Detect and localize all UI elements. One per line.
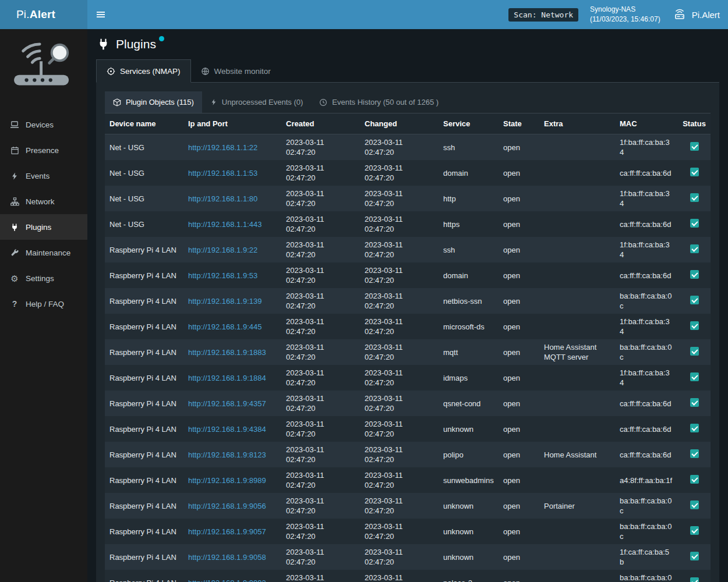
status-checkbox[interactable] — [690, 244, 699, 253]
status-checkbox[interactable] — [690, 270, 699, 279]
mac-cell: ca:ff:ff:ca:ba:6d — [615, 211, 678, 237]
table-row: Net - USGhttp://192.168.1.1:4432023-03-1… — [105, 211, 711, 237]
changed-cell: 2023-03-11 02:47:20 — [360, 544, 439, 570]
service-cell: palace-2 — [439, 570, 499, 582]
sidebar-item-maintenance[interactable]: Maintenance — [0, 240, 87, 265]
status-checkbox[interactable] — [690, 526, 699, 535]
ip-port-link[interactable]: http://192.168.1.9:9993 — [188, 579, 266, 582]
subtab-events-history[interactable]: Events History (50 out of 1265 ) — [311, 91, 447, 113]
sidebar: Devices Presence Events Network — [0, 29, 87, 582]
status-checkbox[interactable] — [690, 219, 699, 228]
app-home-link[interactable]: Pi.Alert — [672, 8, 720, 22]
mac-cell: ba:ba:ff:ca:ba:0c — [615, 339, 678, 365]
ip-port-link[interactable]: http://192.168.1.9:1883 — [188, 348, 266, 357]
plugin-table-body: Net - USGhttp://192.168.1.1:222023-03-11… — [105, 134, 711, 582]
ip-port-link[interactable]: http://192.168.1.9:139 — [188, 297, 262, 306]
state-cell: open — [499, 237, 539, 262]
ip-port-link[interactable]: http://192.168.1.1:53 — [188, 169, 257, 178]
sidebar-item-devices[interactable]: Devices — [0, 112, 87, 137]
mac-cell: 1f:ba:ff:ca:ba:34 — [615, 365, 678, 391]
ip-port-link[interactable]: http://192.168.1.9:22 — [188, 246, 257, 254]
device-name-cell: Raspberry Pi 4 LAN — [105, 442, 183, 467]
status-checkbox[interactable] — [690, 142, 699, 151]
sidebar-item-events[interactable]: Events — [0, 163, 87, 189]
sidebar-item-label: Network — [26, 197, 55, 206]
device-name-cell: Net - USG — [105, 211, 183, 237]
device-name-cell: Raspberry Pi 4 LAN — [105, 493, 183, 519]
ip-port-link[interactable]: http://192.168.1.9:4384 — [188, 425, 266, 434]
tab-website-monitor[interactable]: Website monitor — [191, 59, 281, 82]
ip-port-link[interactable]: http://192.168.1.9:4357 — [188, 399, 266, 408]
ip-port-link[interactable]: http://192.168.1.9:1884 — [188, 374, 266, 382]
ip-port-link[interactable]: http://192.168.1.9:8989 — [188, 476, 266, 485]
extra-cell: Portainer — [539, 493, 615, 519]
table-row: Raspberry Pi 4 LANhttp://192.168.1.9:905… — [105, 493, 711, 519]
ip-port-link[interactable]: http://192.168.1.9:9056 — [188, 502, 266, 510]
ip-port-link[interactable]: http://192.168.1.9:8123 — [188, 450, 266, 459]
ip-port-link[interactable]: http://192.168.1.9:53 — [188, 271, 257, 280]
status-checkbox[interactable] — [690, 424, 699, 432]
subtab-plugin-objects[interactable]: Plugin Objects (115) — [105, 91, 202, 113]
cube-icon — [113, 98, 121, 107]
status-cell — [678, 186, 711, 211]
table-row: Raspberry Pi 4 LANhttp://192.168.1.9:188… — [105, 339, 711, 365]
state-cell: open — [499, 570, 539, 582]
extra-cell — [539, 314, 615, 339]
created-cell: 2023-03-11 02:47:20 — [281, 519, 360, 544]
status-checkbox[interactable] — [690, 296, 699, 304]
ip-port-link[interactable]: http://192.168.1.9:9058 — [188, 553, 266, 562]
sidebar-toggle-button[interactable] — [87, 0, 114, 29]
plug-icon — [9, 223, 20, 232]
laptop-icon — [9, 120, 20, 129]
extra-cell — [539, 211, 615, 237]
status-checkbox[interactable] — [690, 347, 699, 356]
col-header-changed: Changed — [360, 113, 439, 134]
status-checkbox[interactable] — [690, 168, 699, 176]
changed-cell: 2023-03-11 02:47:20 — [360, 442, 439, 467]
status-checkbox[interactable] — [690, 577, 699, 582]
ip-port-link[interactable]: http://192.168.1.1:443 — [188, 220, 262, 229]
table-row: Raspberry Pi 4 LANhttp://192.168.1.9:438… — [105, 416, 711, 442]
ip-port-cell: http://192.168.1.9:4357 — [183, 391, 281, 416]
table-row: Raspberry Pi 4 LANhttp://192.168.1.9:445… — [105, 314, 711, 339]
status-checkbox[interactable] — [690, 501, 699, 509]
bolt-icon — [210, 98, 217, 106]
ip-port-link[interactable]: http://192.168.1.9:445 — [188, 322, 262, 331]
created-cell: 2023-03-11 02:47:20 — [281, 391, 360, 416]
sidebar-item-network[interactable]: Network — [0, 189, 87, 214]
brand-logo[interactable]: Pi.Alert — [0, 0, 87, 29]
title-help-badge[interactable] — [159, 36, 164, 41]
device-name-cell: Net - USG — [105, 160, 183, 186]
status-checkbox[interactable] — [690, 449, 699, 458]
status-checkbox[interactable] — [690, 321, 699, 330]
sidebar-item-label: Maintenance — [26, 249, 70, 257]
extra-cell — [539, 391, 615, 416]
sidebar-item-settings[interactable]: ⚙ Settings — [0, 265, 87, 291]
status-cell — [678, 391, 711, 416]
sidebar-item-presence[interactable]: Presence — [0, 137, 87, 163]
services-panel: Plugin Objects (115) Unprocessed Events … — [96, 83, 719, 582]
bolt-icon — [9, 172, 20, 180]
state-cell: open — [499, 339, 539, 365]
tab-services-nmap[interactable]: Services (NMAP) — [96, 59, 191, 83]
ip-port-link[interactable]: http://192.168.1.1:80 — [188, 194, 257, 203]
changed-cell: 2023-03-11 02:47:20 — [360, 365, 439, 391]
ip-port-cell: http://192.168.1.1:53 — [183, 160, 281, 186]
sidebar-item-plugins[interactable]: Plugins — [0, 214, 87, 240]
status-checkbox[interactable] — [690, 552, 699, 560]
extra-cell — [539, 519, 615, 544]
changed-cell: 2023-03-11 02:47:20 — [360, 211, 439, 237]
ip-port-link[interactable]: http://192.168.1.1:22 — [188, 143, 257, 152]
created-cell: 2023-03-11 02:47:20 — [281, 186, 360, 211]
service-cell: qsnet-cond — [439, 391, 499, 416]
status-checkbox[interactable] — [690, 193, 699, 202]
table-row: Raspberry Pi 4 LANhttp://192.168.1.9:188… — [105, 365, 711, 391]
status-checkbox[interactable] — [690, 372, 699, 381]
status-checkbox[interactable] — [690, 475, 699, 484]
ip-port-link[interactable]: http://192.168.1.9:9057 — [188, 527, 266, 536]
sidebar-item-help[interactable]: ? Help / FAQ — [0, 291, 87, 317]
col-header-status: Status — [678, 113, 711, 134]
status-checkbox[interactable] — [690, 398, 699, 407]
subtab-unprocessed-events[interactable]: Unprocessed Events (0) — [202, 91, 311, 113]
sitemap-icon — [9, 197, 20, 206]
